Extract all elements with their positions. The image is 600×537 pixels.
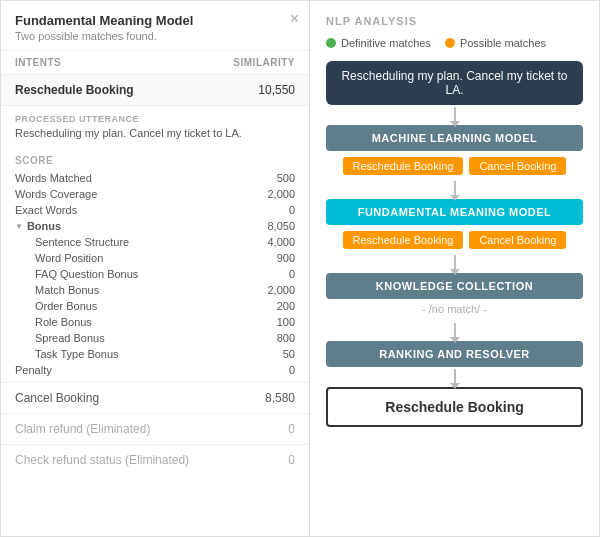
- score-sentence-structure: Sentence Structure 4,000: [15, 234, 295, 250]
- input-bubble: Rescheduling my plan. Cancel my ticket t…: [326, 61, 583, 105]
- arrow-input-to-ml: [454, 107, 456, 123]
- rr-model-block: RANKING AND RESOLVER: [326, 341, 583, 367]
- legend-possible-label: Possible matches: [460, 37, 546, 49]
- score-match-bonus: Match Bonus 2,000: [15, 282, 295, 298]
- definitive-dot: [326, 38, 336, 48]
- score-word-position: Word Position 900: [15, 250, 295, 266]
- nlp-flow: Rescheduling my plan. Cancel my ticket t…: [326, 61, 583, 427]
- score-words-matched: Words Matched 500: [15, 170, 295, 186]
- score-order-bonus: Order Bonus 200: [15, 298, 295, 314]
- left-header: Fundamental Meaning Model Two possible m…: [1, 1, 309, 51]
- close-button[interactable]: ×: [290, 11, 299, 27]
- fmm-model-block: FUNDAMENTAL MEANING MODEL Reschedule Boo…: [326, 199, 583, 253]
- processed-utterance-section: PROCESSED UTTERANCE Rescheduling my plan…: [1, 108, 309, 145]
- legend-definitive: Definitive matches: [326, 37, 431, 49]
- other-intent-check-refund[interactable]: Check refund status (Eliminated) 0: [1, 444, 309, 475]
- score-spread-bonus: Spread Bonus 800: [15, 330, 295, 346]
- right-panel: NLP ANALYSIS Definitive matches Possible…: [310, 0, 600, 537]
- legend-possible: Possible matches: [445, 37, 546, 49]
- main-intent-name: Reschedule Booking: [15, 83, 134, 97]
- arrow-fmm-to-kc: [454, 255, 456, 271]
- other-intent-cancel[interactable]: Cancel Booking 8,580: [1, 382, 309, 413]
- kc-model-block: KNOWLEDGE COLLECTION - /no match/ -: [326, 273, 583, 321]
- processed-utterance-value: Rescheduling my plan. Cancel my ticket t…: [15, 127, 295, 139]
- score-table: SCORE Words Matched 500 Words Coverage 2…: [1, 145, 309, 382]
- left-panel: Fundamental Meaning Model Two possible m…: [0, 0, 310, 537]
- kc-no-match: - /no match/ -: [326, 299, 583, 321]
- processed-utterance-label: PROCESSED UTTERANCE: [15, 114, 295, 124]
- ml-tag-cancel: Cancel Booking: [469, 157, 566, 175]
- main-intent-score: 10,550: [258, 83, 295, 97]
- legend: Definitive matches Possible matches: [326, 37, 583, 49]
- ml-tag-reschedule: Reschedule Booking: [343, 157, 464, 175]
- score-task-type-bonus: Task Type Bonus 50: [15, 346, 295, 362]
- other-intent-claim-refund[interactable]: Claim refund (Eliminated) 0: [1, 413, 309, 444]
- arrow-kc-to-rr: [454, 323, 456, 339]
- intents-header: INTENTS SIMILARITY: [1, 51, 309, 72]
- similarity-col-label: SIMILARITY: [233, 57, 295, 68]
- panel-subtitle: Two possible matches found.: [15, 30, 295, 42]
- ml-model-block: MACHINE LEARNING MODEL Reschedule Bookin…: [326, 125, 583, 179]
- arrow-rr-to-result: [454, 369, 456, 385]
- possible-dot: [445, 38, 455, 48]
- score-bonus: Bonus 8,050: [15, 218, 295, 234]
- panel-title: Fundamental Meaning Model: [15, 13, 295, 28]
- rr-model-header: RANKING AND RESOLVER: [326, 341, 583, 367]
- main-intent-row[interactable]: Reschedule Booking 10,550: [1, 74, 309, 106]
- nlp-section-title: NLP ANALYSIS: [326, 15, 583, 27]
- fmm-tag-cancel: Cancel Booking: [469, 231, 566, 249]
- score-words-coverage: Words Coverage 2,000: [15, 186, 295, 202]
- score-section-label: SCORE: [15, 153, 295, 168]
- fmm-model-tags: Reschedule Booking Cancel Booking: [326, 225, 583, 253]
- result-box: Reschedule Booking: [326, 387, 583, 427]
- ml-model-header: MACHINE LEARNING MODEL: [326, 125, 583, 151]
- score-faq-bonus: FAQ Question Bonus 0: [15, 266, 295, 282]
- fmm-tag-reschedule: Reschedule Booking: [343, 231, 464, 249]
- fmm-model-header: FUNDAMENTAL MEANING MODEL: [326, 199, 583, 225]
- arrow-ml-to-fmm: [454, 181, 456, 197]
- score-exact-words: Exact Words 0: [15, 202, 295, 218]
- intents-col-label: INTENTS: [15, 57, 61, 68]
- score-penalty: Penalty 0: [15, 362, 295, 378]
- legend-definitive-label: Definitive matches: [341, 37, 431, 49]
- ml-model-tags: Reschedule Booking Cancel Booking: [326, 151, 583, 179]
- kc-model-header: KNOWLEDGE COLLECTION: [326, 273, 583, 299]
- score-role-bonus: Role Bonus 100: [15, 314, 295, 330]
